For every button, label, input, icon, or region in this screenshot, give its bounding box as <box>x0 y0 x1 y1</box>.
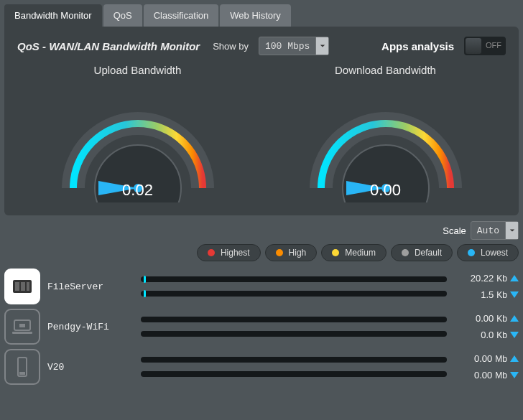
download-bar <box>141 291 447 297</box>
gauges: Upload Bandwidth <box>17 61 506 202</box>
show-by-value: 100 Mbps <box>259 41 315 52</box>
device-bars <box>141 357 447 377</box>
device-icon-laptop[interactable] <box>4 309 40 345</box>
arrow-up-icon <box>510 315 519 322</box>
legend-label: Lowest <box>481 248 508 258</box>
svg-rect-11 <box>19 324 25 327</box>
device-icon-nas[interactable] <box>4 269 40 304</box>
svg-rect-9 <box>27 282 29 291</box>
device-name: FileServer <box>47 281 134 292</box>
show-by-label: Show by <box>213 41 249 52</box>
upload-gauge: Upload Bandwidth <box>48 64 228 202</box>
dot-icon <box>208 249 215 256</box>
device-row: V20 0.00Mb 0.00Mb <box>4 349 519 385</box>
legend-highest[interactable]: Highest <box>197 244 261 261</box>
page-title: QoS - WAN/LAN Bandwidth Monitor <box>17 40 200 52</box>
device-readings: 0.00Mb 0.00Mb <box>454 353 519 381</box>
tab-bar: Bandwidth Monitor QoS Classification Web… <box>0 0 523 27</box>
upload-bar <box>141 357 447 363</box>
svg-rect-8 <box>21 282 25 291</box>
header-row: QoS - WAN/LAN Bandwidth Monitor Show by … <box>17 37 506 61</box>
download-reading: 1.5Kb <box>481 289 519 300</box>
main-panel: QoS - WAN/LAN Bandwidth Monitor Show by … <box>4 27 519 215</box>
legend-lowest[interactable]: Lowest <box>457 244 519 261</box>
tab-bandwidth-monitor[interactable]: Bandwidth Monitor <box>4 4 102 27</box>
arrow-up-icon <box>510 275 519 281</box>
upload-bar <box>141 276 447 282</box>
tab-web-history[interactable]: Web History <box>220 4 291 27</box>
arrow-up-icon <box>510 355 519 362</box>
legend: Highest High Medium Default Lowest <box>0 244 519 261</box>
tab-qos[interactable]: QoS <box>103 4 142 27</box>
upload-bar <box>141 317 447 322</box>
svg-rect-12 <box>12 332 32 334</box>
legend-medium[interactable]: Medium <box>321 244 387 261</box>
download-reading: 0.0Kb <box>481 330 519 340</box>
show-by-select[interactable]: 100 Mbps <box>259 37 329 55</box>
scale-select[interactable]: Auto <box>471 221 519 240</box>
device-readings: 0.00Kb 0.0Kb <box>454 313 519 340</box>
download-bar <box>141 371 447 377</box>
upload-reading: 20.22Kb <box>471 273 519 284</box>
device-bars <box>141 276 447 297</box>
chevron-down-icon <box>315 37 328 55</box>
arrow-down-icon <box>510 291 519 298</box>
download-bar <box>141 331 447 337</box>
legend-high[interactable]: High <box>265 244 318 261</box>
device-icon-phone[interactable] <box>4 349 40 385</box>
svg-rect-7 <box>15 282 19 291</box>
legend-default[interactable]: Default <box>391 244 453 261</box>
device-name: V20 <box>47 362 134 373</box>
legend-label: Highest <box>221 248 250 258</box>
dot-icon <box>468 249 475 256</box>
legend-label: High <box>289 248 307 258</box>
device-name: Pendgy-WiFi <box>47 322 134 332</box>
toggle-state: OFF <box>486 41 501 50</box>
device-readings: 20.22Kb 1.5Kb <box>454 273 519 300</box>
apps-analysis-label: Apps analysis <box>381 40 454 52</box>
device-row: Pendgy-WiFi 0.00Kb 0.0Kb <box>4 309 519 345</box>
scale-row: Scale Auto <box>0 221 519 240</box>
dot-icon <box>332 249 339 256</box>
dot-icon <box>276 249 283 256</box>
upload-gauge-value: 0.02 <box>48 181 228 200</box>
apps-analysis-toggle[interactable]: OFF <box>464 37 506 55</box>
download-gauge: Download Bandwidth 0.00 <box>296 64 476 202</box>
legend-label: Medium <box>345 248 376 258</box>
arrow-down-icon <box>510 372 519 378</box>
svg-rect-14 <box>19 372 25 375</box>
download-reading: 0.00Mb <box>474 370 519 381</box>
legend-label: Default <box>415 248 442 258</box>
download-gauge-title: Download Bandwidth <box>296 64 476 76</box>
chevron-down-icon <box>505 222 518 239</box>
scale-label: Scale <box>443 225 466 236</box>
download-gauge-value: 0.00 <box>296 181 476 200</box>
tab-classification[interactable]: Classification <box>144 4 219 27</box>
upload-reading: 0.00Mb <box>474 353 519 364</box>
upload-gauge-title: Upload Bandwidth <box>48 64 228 76</box>
arrow-down-icon <box>510 332 519 338</box>
upload-reading: 0.00Kb <box>476 313 519 324</box>
device-row: FileServer 20.22Kb 1.5Kb <box>4 269 519 304</box>
device-bars <box>141 317 447 337</box>
toggle-knob <box>466 38 481 54</box>
scale-value: Auto <box>471 225 505 236</box>
dot-icon <box>402 249 409 256</box>
